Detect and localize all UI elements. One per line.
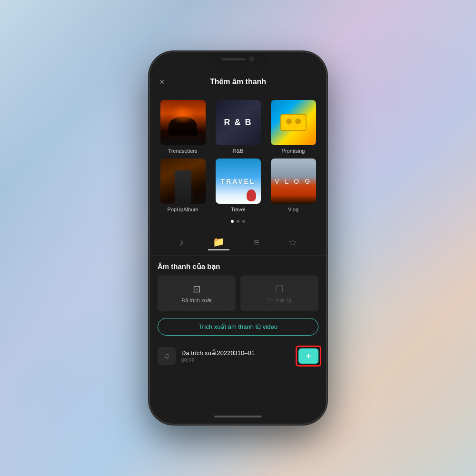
screen-header: × Thêm âm thanh bbox=[150, 71, 326, 92]
phone-screen: × Thêm âm thanh Trendsetters R & B R&B bbox=[150, 52, 326, 424]
extract-button[interactable]: Trích xuất âm thanh từ video bbox=[158, 318, 318, 336]
category-item-trendsetters[interactable]: Trendsetters bbox=[158, 100, 208, 154]
tab-list[interactable]: ≡ bbox=[249, 235, 264, 250]
phone-camera bbox=[249, 57, 254, 61]
tab-tiktok[interactable]: ♪ bbox=[174, 235, 188, 250]
device-icon: ☐ bbox=[275, 283, 284, 295]
rnb-label: R & B bbox=[224, 118, 252, 128]
category-label-trendsetters: Trendsetters bbox=[168, 148, 197, 154]
extracted-icon: ⊡ bbox=[193, 283, 201, 295]
screen-content: Trendsetters R & B R&B Promising bbox=[150, 92, 326, 409]
category-thumb-vlog: V L O G bbox=[271, 159, 316, 204]
screen-title: Thêm âm thanh bbox=[210, 78, 266, 86]
category-label-popup: PopUpAlbum bbox=[168, 207, 198, 212]
sounds-section-title: Âm thanh của bạn bbox=[150, 256, 326, 276]
device-label: Từ thiết bị bbox=[268, 298, 292, 304]
category-thumb-trendsetters bbox=[160, 100, 206, 145]
category-item-vlog[interactable]: V L O G Vlog bbox=[268, 159, 318, 212]
category-item-travel[interactable]: TRAVEL Travel bbox=[213, 159, 263, 212]
phone-frame: × Thêm âm thanh Trendsetters R & B R&B bbox=[150, 52, 326, 424]
cassette-icon bbox=[280, 114, 307, 131]
tab-star[interactable]: ☆ bbox=[284, 235, 302, 250]
extracted-label: Đã trích xuất bbox=[181, 298, 211, 304]
audio-item-duration: 00:28 bbox=[181, 357, 293, 363]
home-bar bbox=[214, 416, 262, 417]
tab-folder[interactable]: 📁 bbox=[208, 234, 229, 250]
close-button[interactable]: × bbox=[159, 77, 165, 87]
category-thumb-travel: TRAVEL bbox=[216, 159, 261, 204]
travel-label: TRAVEL bbox=[221, 178, 256, 185]
phone-notch bbox=[207, 52, 269, 66]
pagination-dot-2[interactable] bbox=[237, 220, 239, 223]
category-item-rnb[interactable]: R & B R&B bbox=[213, 100, 263, 154]
pagination bbox=[150, 216, 326, 229]
category-label-vlog: Vlog bbox=[288, 207, 298, 212]
vlog-label: V L O G bbox=[275, 178, 312, 185]
home-indicator bbox=[150, 409, 326, 424]
add-audio-button[interactable]: + bbox=[298, 348, 318, 364]
category-thumb-popup bbox=[160, 159, 206, 204]
category-label-rnb: R&B bbox=[233, 148, 244, 154]
audio-item-name: Đã trích xuất20220310–01 bbox=[181, 349, 293, 357]
category-thumb-rnb: R & B bbox=[216, 100, 261, 145]
sound-cards: ⊡ Đã trích xuất ☐ Từ thiết bị bbox=[150, 276, 326, 318]
category-item-popupalbum[interactable]: PopUpAlbum bbox=[158, 159, 208, 212]
sound-card-extracted[interactable]: ⊡ Đã trích xuất bbox=[158, 276, 236, 311]
pagination-dot-3[interactable] bbox=[242, 220, 245, 223]
sound-card-device[interactable]: ☐ Từ thiết bị bbox=[240, 276, 318, 311]
add-button-wrapper: + bbox=[298, 348, 318, 364]
phone-speaker bbox=[222, 58, 246, 60]
tab-bar: ♪ 📁 ≡ ☆ bbox=[150, 229, 326, 256]
pagination-dot-1[interactable] bbox=[231, 220, 234, 223]
category-item-promising[interactable]: Promising bbox=[268, 100, 318, 154]
category-label-promising: Promising bbox=[282, 148, 305, 154]
audio-item-icon: ♫ bbox=[158, 347, 176, 365]
category-thumb-promising bbox=[271, 100, 316, 145]
audio-item-row: ♫ Đã trích xuất20220310–01 00:28 + bbox=[150, 342, 326, 370]
category-label-travel: Travel bbox=[231, 207, 245, 212]
audio-item-info: Đã trích xuất20220310–01 00:28 bbox=[181, 349, 293, 363]
category-grid: Trendsetters R & B R&B Promising bbox=[150, 92, 326, 216]
